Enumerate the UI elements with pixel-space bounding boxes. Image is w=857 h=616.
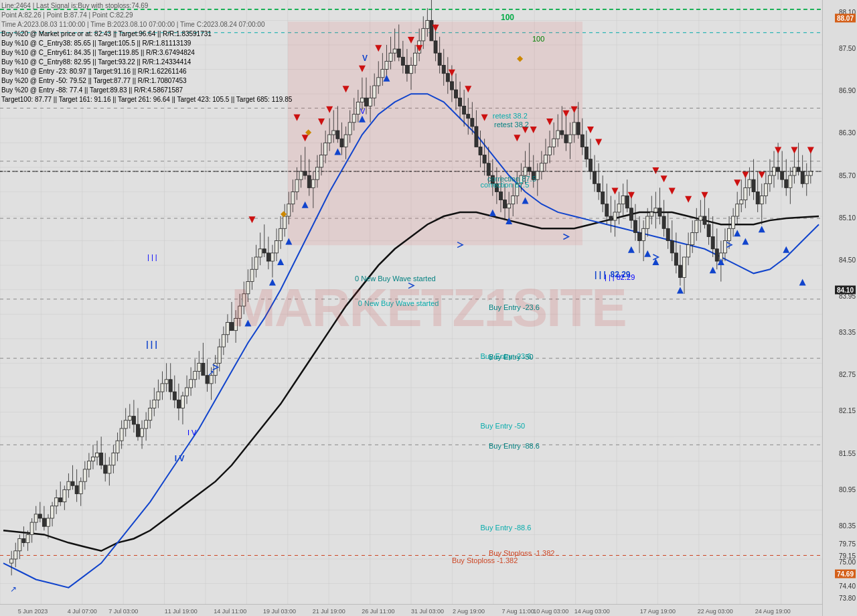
info-line-8: Buy %20 @ Entry -50: 79.52 || Target:87.…: [1, 76, 292, 86]
time-label: 10 Aug 03:00: [533, 608, 568, 615]
time-label: 7 Aug 11:00: [502, 608, 534, 615]
time-label: 7 Jul 03:00: [108, 608, 138, 615]
time-label: 31 Jul 03:00: [411, 608, 444, 615]
price-label: 82.75: [839, 371, 856, 378]
time-label: 24 Aug 19:00: [755, 608, 791, 615]
time-label: 14 Aug 03:00: [574, 608, 610, 615]
info-panel: Line:2464 | Last Signal is:Buy with stop…: [1, 1, 292, 104]
price-label: 86.30: [839, 129, 856, 137]
info-line-6: Buy %10 @ C_Entry88: 82.95 || Target:93.…: [1, 58, 292, 67]
price-label: 82.15: [839, 407, 856, 414]
info-line-2: Time A:2023.08.03 11:00:00 | Time B:2023…: [1, 20, 292, 29]
price-label: 80.35: [839, 522, 856, 529]
time-label: 2 Aug 19:00: [453, 608, 485, 615]
time-label: 19 Jul 03:00: [263, 608, 296, 615]
info-line-4: Buy %10 @ C_Entry38: 85.65 || Target:105…: [1, 39, 292, 48]
price-label: 84.50: [839, 256, 856, 263]
time-label: 17 Aug 19:00: [640, 608, 676, 615]
time-label: 11 Jul 19:00: [165, 608, 198, 615]
price-label: 83.35: [839, 329, 856, 336]
price-label: 74.40: [839, 582, 856, 589]
time-label: 22 Aug 03:00: [698, 608, 733, 615]
time-label: 26 Jul 11:00: [362, 608, 394, 615]
info-line-9: Buy %20 @ Entry -88: 77.4 || Target:89.8…: [1, 86, 292, 95]
chart-container: MARKETZ1SITE Line:2464 | Last Signal is:…: [0, 0, 857, 616]
price-label: 79.75: [839, 540, 856, 547]
info-line-3: Buy %20 @ Market price or at: 82.43 || T…: [1, 29, 292, 39]
info-line-10: Target100: 87.77 || Target 161: 91.16 ||…: [1, 95, 292, 104]
price-label: 81.55: [839, 449, 856, 457]
time-label: 5 Jun 2023: [18, 608, 48, 615]
info-line-1: Point A:82.26 | Point B:87.74 | Point C:…: [1, 11, 292, 20]
price-label: 88.07: [835, 14, 856, 23]
price-label: 85.70: [839, 171, 856, 179]
time-label: 21 Jul 19:00: [313, 608, 345, 615]
price-axis: 88.1088.0787.5086.9086.3085.7085.1084.50…: [822, 0, 857, 616]
time-axis: 5 Jun 20234 Jul 07:007 Jul 03:0011 Jul 1…: [0, 604, 822, 616]
price-label: 73.80: [839, 594, 856, 601]
time-label: 4 Jul 07:00: [68, 608, 97, 615]
info-line-7: Buy %10 @ Entry -23: 80.97 || Target:91.…: [1, 67, 292, 76]
price-label: 75.00: [839, 558, 856, 565]
time-label: 14 Jul 11:00: [214, 608, 246, 615]
price-label: 87.50: [839, 45, 856, 52]
price-label: 85.10: [839, 214, 856, 221]
price-label: 83.95: [839, 292, 856, 299]
info-line-0: Line:2464 | Last Signal is:Buy with stop…: [1, 1, 292, 11]
info-line-5: Buy %10 @ C_Entry61: 84.35 || Target:119…: [1, 48, 292, 58]
price-label: 74.69: [835, 569, 856, 578]
watermark: MARKETZ1SITE: [231, 277, 625, 339]
price-label: 80.95: [839, 485, 856, 493]
price-label: 86.90: [839, 87, 856, 94]
